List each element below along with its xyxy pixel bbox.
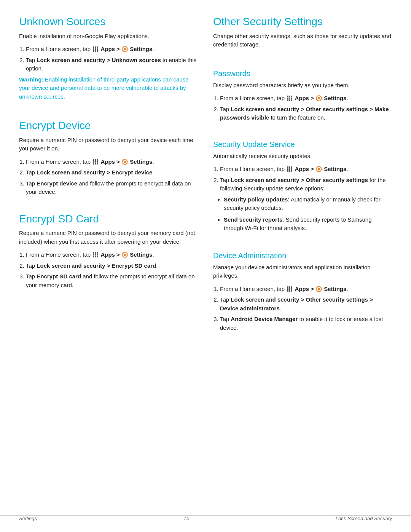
encrypt-sd-step-1: From a Home screen, tap Apps > Settings. bbox=[26, 251, 198, 259]
unknown-sources-steps: From a Home screen, tap Apps > Settings.… bbox=[26, 45, 198, 73]
svg-rect-51 bbox=[289, 170, 290, 172]
svg-rect-40 bbox=[289, 99, 290, 101]
svg-rect-4 bbox=[95, 48, 96, 50]
section-security-update: Security Update Service Automatically re… bbox=[213, 138, 392, 236]
unknown-sources-warning: Warning: Enabling installation of third-… bbox=[19, 75, 198, 101]
encrypt-sd-step-2: Tap Lock screen and security > Encrypt S… bbox=[26, 262, 198, 270]
svg-rect-63 bbox=[291, 290, 292, 292]
section-passwords: Passwords Display password characters br… bbox=[213, 67, 392, 125]
svg-rect-55 bbox=[287, 286, 288, 288]
svg-point-21 bbox=[124, 161, 126, 163]
unknown-sources-title: Unknown Sources bbox=[19, 15, 198, 28]
encrypt-device-step-1: From a Home screen, tap Apps > Settings. bbox=[26, 158, 198, 166]
svg-rect-58 bbox=[287, 288, 288, 290]
svg-rect-56 bbox=[289, 286, 290, 288]
svg-rect-2 bbox=[97, 46, 98, 48]
settings-icon-2 bbox=[122, 159, 128, 165]
svg-rect-18 bbox=[95, 163, 96, 165]
svg-rect-16 bbox=[97, 161, 98, 163]
svg-rect-37 bbox=[289, 97, 290, 99]
settings-icon-5 bbox=[316, 166, 322, 172]
svg-rect-50 bbox=[287, 170, 288, 172]
security-update-bullets: Security policy updates: Automatically o… bbox=[224, 195, 392, 233]
svg-rect-7 bbox=[95, 50, 96, 52]
svg-point-43 bbox=[318, 97, 320, 99]
svg-rect-22 bbox=[93, 252, 94, 254]
svg-rect-57 bbox=[291, 286, 292, 288]
svg-rect-41 bbox=[291, 99, 292, 101]
other-security-desc: Change other security settings, such as … bbox=[213, 32, 392, 49]
svg-rect-0 bbox=[93, 46, 94, 48]
svg-rect-45 bbox=[289, 166, 290, 168]
apps-icon-6 bbox=[287, 286, 293, 292]
svg-rect-28 bbox=[93, 256, 94, 257]
footer-page-number: 74 bbox=[183, 516, 189, 521]
svg-rect-44 bbox=[287, 166, 288, 168]
svg-rect-46 bbox=[291, 166, 292, 168]
page-footer: Settings 74 Lock Screen and Security bbox=[0, 515, 411, 521]
other-security-title: Other Security Settings bbox=[213, 15, 392, 28]
security-update-step-2: Tap Lock screen and security > Other sec… bbox=[220, 176, 392, 193]
device-admin-desc: Manage your device administrators and ap… bbox=[213, 263, 392, 280]
device-admin-steps: From a Home screen, tap Apps > Settings.… bbox=[220, 285, 392, 332]
passwords-steps: From a Home screen, tap Apps > Settings.… bbox=[220, 94, 392, 122]
svg-point-10 bbox=[124, 48, 126, 50]
passwords-step-1: From a Home screen, tap Apps > Settings. bbox=[220, 94, 392, 103]
encrypt-device-step-2: Tap Lock screen and security > Encrypt d… bbox=[26, 168, 198, 177]
settings-icon-3 bbox=[122, 252, 128, 258]
apps-icon-2 bbox=[92, 159, 99, 165]
encrypt-device-step-3: Tap Encrypt device and follow the prompt… bbox=[26, 179, 198, 197]
apps-icon-5 bbox=[287, 166, 293, 172]
svg-rect-25 bbox=[93, 254, 94, 256]
apps-icon-4 bbox=[287, 95, 293, 101]
unknown-sources-step-1: From a Home screen, tap Apps > Settings. bbox=[26, 45, 198, 54]
svg-rect-29 bbox=[95, 256, 96, 257]
apps-icon bbox=[92, 46, 99, 52]
svg-rect-61 bbox=[287, 290, 288, 292]
svg-rect-6 bbox=[93, 50, 94, 52]
svg-rect-62 bbox=[289, 290, 290, 292]
svg-rect-59 bbox=[289, 288, 290, 290]
svg-rect-12 bbox=[95, 159, 96, 161]
device-admin-title: Device Administration bbox=[213, 251, 392, 260]
svg-rect-33 bbox=[287, 96, 288, 97]
svg-rect-35 bbox=[291, 96, 292, 97]
footer-right: Lock Screen and Security bbox=[336, 516, 392, 521]
encrypt-sd-steps: From a Home screen, tap Apps > Settings.… bbox=[26, 251, 198, 289]
security-update-bullet-1: Security policy updates: Automatically o… bbox=[224, 195, 392, 212]
svg-rect-1 bbox=[95, 46, 96, 48]
security-update-bullet-2: Send security reports: Send security rep… bbox=[224, 216, 392, 233]
svg-point-32 bbox=[124, 254, 126, 256]
encrypt-sd-desc: Require a numeric PIN or password to dec… bbox=[19, 229, 198, 246]
apps-icon-3 bbox=[92, 252, 99, 258]
passwords-desc: Display password characters briefly as y… bbox=[213, 81, 392, 90]
security-update-title: Security Update Service bbox=[213, 140, 392, 149]
svg-rect-39 bbox=[287, 99, 288, 101]
svg-rect-47 bbox=[287, 168, 288, 170]
svg-rect-52 bbox=[291, 170, 292, 172]
svg-rect-34 bbox=[289, 96, 290, 97]
settings-icon-6 bbox=[316, 286, 322, 292]
encrypt-device-steps: From a Home screen, tap Apps > Settings.… bbox=[26, 158, 198, 197]
passwords-title: Passwords bbox=[213, 69, 392, 78]
encrypt-device-desc: Require a numeric PIN or password to dec… bbox=[19, 136, 198, 153]
section-other-security: Other Security Settings Change other sec… bbox=[213, 15, 392, 54]
svg-rect-15 bbox=[95, 161, 96, 163]
svg-rect-19 bbox=[97, 163, 98, 165]
footer-left: Settings bbox=[19, 516, 37, 521]
device-admin-step-1: From a Home screen, tap Apps > Settings. bbox=[220, 285, 392, 294]
svg-point-54 bbox=[318, 168, 320, 170]
security-update-step-1: From a Home screen, tap Apps > Settings. bbox=[220, 165, 392, 174]
right-column: Other Security Settings Change other sec… bbox=[213, 15, 392, 348]
section-encrypt-device: Encrypt Device Require a numeric PIN or … bbox=[19, 119, 198, 199]
svg-rect-26 bbox=[95, 254, 96, 256]
settings-icon-1 bbox=[122, 46, 128, 52]
svg-rect-17 bbox=[93, 163, 94, 165]
svg-rect-13 bbox=[97, 159, 98, 161]
svg-rect-8 bbox=[97, 50, 98, 52]
unknown-sources-desc: Enable installation of non-Google Play a… bbox=[19, 32, 198, 41]
svg-point-65 bbox=[318, 288, 320, 290]
unknown-sources-step-2: Tap Lock screen and security > Unknown s… bbox=[26, 56, 198, 73]
svg-rect-3 bbox=[93, 48, 94, 50]
svg-rect-14 bbox=[93, 161, 94, 163]
